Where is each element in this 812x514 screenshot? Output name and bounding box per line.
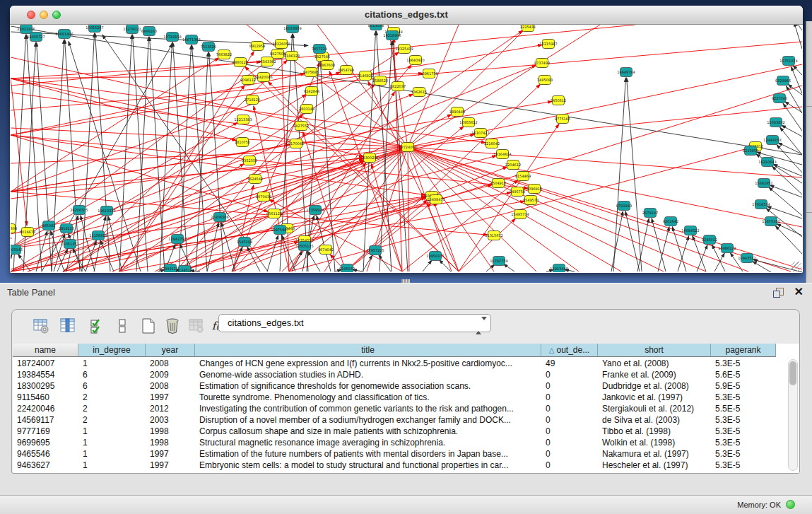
network-node[interactable]: 9674042 (318, 245, 334, 255)
network-edge[interactable] (11, 78, 27, 226)
table-cell[interactable]: 1 (78, 426, 146, 437)
table-cell[interactable]: 0 (541, 448, 598, 460)
network-node[interactable]: 7893121 (163, 264, 178, 273)
network-node[interactable]: 8096915 (526, 185, 542, 194)
network-node[interactable]: 8186328 (284, 52, 300, 61)
network-edge[interactable] (793, 66, 802, 75)
table-cell[interactable]: 2 (78, 403, 146, 414)
show-columns-button[interactable] (57, 315, 78, 337)
network-node[interactable]: 18640910 (406, 56, 424, 65)
table-cell[interactable]: 0 (541, 380, 598, 392)
network-node[interactable]: 9549573 (523, 196, 539, 205)
table-cell[interactable]: de Silva et al. (2003) (598, 414, 711, 426)
table-cell[interactable]: 1998 (146, 426, 195, 437)
network-node[interactable]: 15751074 (779, 57, 797, 66)
memory-ok-indicator[interactable] (786, 500, 795, 509)
table-row[interactable]: 1456911722003Disruption of a novel membe… (13, 414, 788, 426)
network-node[interactable]: 16648784 (617, 68, 635, 77)
table-cell[interactable]: 18724007 (13, 358, 78, 369)
table-cell[interactable]: 5.3E-5 (711, 460, 776, 471)
network-edge[interactable] (782, 125, 802, 136)
network-node[interactable]: 16107427 (471, 129, 489, 138)
network-node[interactable]: 17016534 (752, 200, 770, 209)
network-edge[interactable] (408, 25, 600, 147)
network-node[interactable]: 12215987 (539, 40, 557, 49)
table-cell[interactable]: Embryonic stem cells: a model to study s… (195, 460, 541, 471)
table-cell[interactable]: 9777169 (13, 426, 78, 437)
table-cell[interactable]: 2003 (146, 414, 195, 426)
network-node[interactable]: 12923448 (550, 264, 567, 273)
network-node[interactable]: 9016678 (20, 228, 35, 237)
table-cell[interactable]: Disruption of a novel member of a sodium… (195, 414, 541, 426)
column-header[interactable]: △out_de... (541, 344, 598, 357)
network-node[interactable]: 8912954 (249, 42, 265, 51)
table-cell[interactable]: Franke et al. (2009) (598, 369, 711, 380)
network-edge[interactable] (504, 264, 514, 271)
table-cell[interactable]: Hescheler et al. (1997) (598, 460, 711, 471)
table-cell[interactable]: Tourette syndrome. Phenomenology and cla… (195, 392, 541, 403)
network-node[interactable]: 8822037 (390, 82, 406, 91)
table-cell[interactable]: 18300295 (13, 380, 78, 392)
column-header[interactable]: pagerank (711, 344, 776, 357)
network-edge[interactable] (209, 52, 224, 271)
table-cell[interactable]: Estimation of significance thresholds fo… (195, 380, 541, 392)
column-header[interactable]: title (195, 344, 541, 357)
table-cell[interactable]: 9465546 (13, 448, 78, 460)
network-node[interactable]: 8454749 (339, 66, 354, 75)
network-edge[interactable] (11, 74, 305, 135)
table-cell[interactable]: 5.3E-5 (711, 426, 776, 437)
network-node[interactable]: 1362615 (411, 88, 427, 97)
delete-table-button[interactable] (186, 315, 207, 337)
network-node[interactable]: 1810755 (235, 138, 250, 147)
network-node[interactable]: 985081 (42, 221, 55, 230)
network-edge[interactable] (408, 147, 802, 269)
table-row[interactable]: 2242004622012Investigating the contribut… (13, 403, 788, 414)
network-node[interactable]: 5905145 (11, 245, 23, 255)
table-cell[interactable]: 2 (78, 392, 146, 403)
network-node[interactable]: 9154469 (515, 172, 531, 181)
table-cell[interactable]: 9699695 (13, 437, 78, 448)
table-chooser-dropdown[interactable]: citations_edges.txt (218, 314, 491, 332)
table-cell[interactable]: 0 (541, 460, 598, 471)
create-column-button[interactable] (138, 315, 159, 337)
network-edge[interactable] (11, 147, 408, 234)
network-edge[interactable] (777, 224, 802, 235)
network-node[interactable]: 7857224 (312, 45, 327, 54)
delete-column-button[interactable] (162, 315, 183, 337)
network-edge[interactable] (379, 41, 392, 271)
network-node[interactable]: 22420046 (254, 73, 272, 82)
network-node[interactable]: 2803144 (299, 105, 314, 114)
network-node[interactable]: 2718120 (245, 95, 260, 105)
table-cell[interactable]: 1 (78, 437, 146, 448)
float-panel-icon[interactable] (773, 288, 784, 298)
table-cell[interactable]: 1 (78, 358, 146, 369)
network-node[interactable]: 8775165 (555, 115, 570, 124)
network-node[interactable]: 7513526 (201, 42, 216, 52)
network-node[interactable]: 9242844 (304, 87, 319, 96)
table-cell[interactable]: 1 (78, 448, 146, 460)
table-cell[interactable]: 1997 (146, 448, 195, 460)
network-node[interactable]: 8813054 (368, 25, 384, 30)
network-edge[interactable] (408, 147, 791, 271)
column-header[interactable]: year (146, 344, 195, 357)
table-cell[interactable]: Nakamura et al. (1997) (598, 448, 711, 460)
table-mode-button[interactable] (30, 315, 52, 337)
network-node[interactable]: 1216042 (484, 139, 500, 148)
table-cell[interactable]: Estimation of the future numbers of pati… (195, 448, 541, 460)
network-node[interactable]: 10943512 (738, 254, 755, 263)
network-node[interactable]: 1890443 (449, 107, 465, 117)
window-resize-grip[interactable] (792, 262, 801, 271)
network-edge[interactable] (317, 216, 331, 271)
network-node[interactable]: 8561123 (266, 209, 282, 218)
table-cell[interactable]: 5.5E-5 (711, 403, 776, 414)
table-cell[interactable]: 5.3E-5 (711, 358, 776, 369)
table-cell[interactable]: Genome-wide association studies in ADHD. (195, 369, 541, 380)
network-graph[interactable]: 1872400718300295193845547663822886012389… (11, 25, 802, 272)
network-node[interactable]: 9329966 (775, 76, 791, 86)
network-edge[interactable] (769, 187, 802, 216)
network-edge[interactable] (672, 227, 686, 271)
network-node[interactable]: 7663822 (216, 50, 232, 59)
select-all-button[interactable] (87, 315, 108, 337)
network-edge[interactable] (371, 164, 402, 271)
table-cell[interactable]: 0 (541, 403, 598, 414)
